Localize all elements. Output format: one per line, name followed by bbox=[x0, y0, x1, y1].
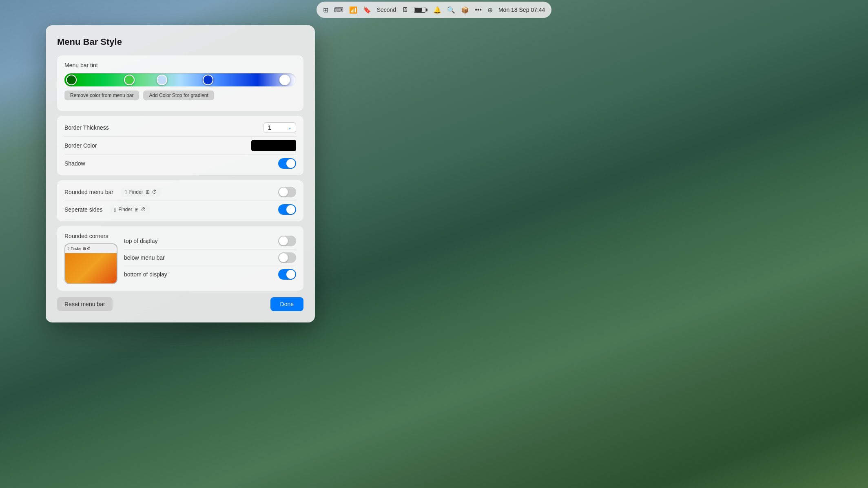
gradient-buttons: Remove color from menu bar Add Color Sto… bbox=[64, 91, 296, 100]
preview-apple-icon-2:  bbox=[114, 207, 116, 213]
below-menubar-toggle[interactable] bbox=[278, 252, 296, 263]
menu-bar: ⊞ ⌨ 📶 🔖 Second 🖥 🔔 🔍 📦 ••• ⊕ Mon 18 Sep … bbox=[0, 0, 868, 20]
more-icon[interactable]: ••• bbox=[475, 6, 482, 13]
rounded-menubar-toggle[interactable] bbox=[278, 187, 296, 197]
tint-label: Menu bar tint bbox=[64, 62, 296, 68]
screen-preview-menubar:  Finder ⊞ ⏱ bbox=[65, 244, 117, 253]
separate-sides-toggle-knob bbox=[286, 205, 295, 214]
rounded-corners-content: Rounded corners  Finder ⊞ ⏱ top of disp… bbox=[64, 233, 296, 284]
search-icon[interactable]: 🔍 bbox=[447, 6, 455, 14]
corners-controls: top of display below menu bar bottom of … bbox=[124, 233, 296, 283]
border-section: Border Thickness 1 ⌄ Border Color Shadow bbox=[57, 116, 303, 175]
top-display-toggle-knob bbox=[279, 236, 288, 245]
screen-preview:  Finder ⊞ ⏱ bbox=[64, 243, 117, 284]
separate-sides-left: Seperate sides  Finder ⊞ ⏱ bbox=[64, 205, 150, 214]
border-thickness-control: 1 ⌄ bbox=[264, 122, 296, 133]
border-color-row: Border Color bbox=[64, 137, 296, 155]
preview-clock-icon-2: ⏱ bbox=[141, 207, 146, 212]
rounded-menubar-label: Rounded menu bar bbox=[64, 189, 113, 195]
gradient-bar[interactable] bbox=[64, 73, 296, 86]
border-thickness-value: 1 bbox=[268, 124, 271, 131]
dropdown-arrow-icon: ⌄ bbox=[288, 125, 292, 130]
screen-preview-apple:  bbox=[68, 247, 69, 251]
color-stop-5[interactable] bbox=[279, 75, 290, 85]
second-label[interactable]: Second bbox=[377, 7, 396, 13]
rounded-menubar-preview-full:  Finder ⊞ ⏱ bbox=[121, 188, 161, 197]
bottom-display-toggle-knob bbox=[286, 270, 295, 279]
shadow-toggle-knob bbox=[286, 159, 295, 168]
remove-color-button[interactable]: Remove color from menu bar bbox=[64, 91, 139, 100]
color-stop-4[interactable] bbox=[203, 75, 213, 85]
border-thickness-row: Border Thickness 1 ⌄ bbox=[64, 122, 296, 137]
dropbox-icon[interactable]: 📦 bbox=[461, 6, 469, 14]
shadow-row: Shadow bbox=[64, 155, 296, 169]
reset-menubar-button[interactable]: Reset menu bar bbox=[57, 297, 113, 311]
shadow-control bbox=[278, 158, 296, 169]
separate-sides-label: Seperate sides bbox=[64, 206, 102, 213]
menu-bar-pill: ⊞ ⌨ 📶 🔖 Second 🖥 🔔 🔍 📦 ••• ⊕ Mon 18 Sep … bbox=[317, 2, 552, 18]
gradient-bar-container: Remove color from menu bar Add Color Sto… bbox=[64, 73, 296, 100]
menu-bar-time: Mon 18 Sep 07:44 bbox=[498, 7, 545, 13]
shadow-toggle[interactable] bbox=[278, 158, 296, 169]
below-menubar-toggle-knob bbox=[279, 253, 288, 262]
wifi-icon[interactable]: 📶 bbox=[349, 6, 357, 14]
border-thickness-dropdown[interactable]: 1 ⌄ bbox=[264, 122, 296, 133]
preview-grid-icon: ⊞ bbox=[146, 189, 150, 195]
color-stop-2[interactable] bbox=[124, 75, 135, 85]
color-stop-1[interactable] bbox=[66, 75, 77, 85]
separate-sides-toggle[interactable] bbox=[278, 204, 296, 215]
preview-grid-icon-2: ⊞ bbox=[135, 207, 139, 212]
top-display-label: top of display bbox=[124, 238, 158, 244]
dialog-footer: Reset menu bar Done bbox=[57, 297, 303, 311]
bottom-display-toggle[interactable] bbox=[278, 269, 296, 280]
screen-preview-icons: ⊞ ⏱ bbox=[83, 247, 91, 251]
bookmark-icon[interactable]: 🔖 bbox=[363, 6, 371, 14]
below-menubar-label: below menu bar bbox=[124, 254, 165, 261]
rounded-menubar-left: Rounded menu bar  Finder ⊞ ⏱ bbox=[64, 188, 161, 197]
top-of-display-row: top of display bbox=[124, 233, 296, 250]
rounded-menubar-section: Rounded menu bar  Finder ⊞ ⏱ Seperate s… bbox=[57, 180, 303, 221]
dialog-title: Menu Bar Style bbox=[57, 37, 303, 47]
below-menu-bar-row: below menu bar bbox=[124, 250, 296, 266]
bottom-of-display-row: bottom of display bbox=[124, 266, 296, 283]
control-center-icon[interactable]: ⊕ bbox=[487, 6, 493, 14]
notification-icon[interactable]: 🔔 bbox=[433, 6, 441, 14]
shadow-label: Shadow bbox=[64, 160, 85, 167]
display-icon[interactable]: 🖥 bbox=[402, 6, 408, 13]
separate-sides-row: Seperate sides  Finder ⊞ ⏱ bbox=[64, 201, 296, 215]
tint-section: Menu bar tint Remove color from menu bar… bbox=[57, 55, 303, 111]
window-manager-icon[interactable]: ⊞ bbox=[323, 6, 328, 14]
keyboard-icon[interactable]: ⌨ bbox=[334, 6, 343, 14]
border-thickness-label: Border Thickness bbox=[64, 124, 109, 131]
done-button[interactable]: Done bbox=[270, 297, 303, 311]
preview-finder-label: Finder bbox=[129, 189, 143, 195]
rounded-menubar-row: Rounded menu bar  Finder ⊞ ⏱ bbox=[64, 187, 296, 201]
border-color-control bbox=[251, 140, 296, 151]
preview-finder-label-2: Finder bbox=[118, 207, 132, 212]
rounded-corners-label: Rounded corners bbox=[64, 233, 117, 239]
rounded-menubar-toggle-knob bbox=[279, 188, 288, 197]
dialog: Menu Bar Style Menu bar tint Remove colo… bbox=[46, 25, 315, 322]
rounded-corners-section: Rounded corners  Finder ⊞ ⏱ top of disp… bbox=[57, 226, 303, 291]
preview-apple-icon:  bbox=[125, 189, 127, 195]
screen-preview-body bbox=[65, 253, 117, 283]
add-color-stop-button[interactable]: Add Color Stop for gradient bbox=[143, 91, 214, 100]
battery-icon bbox=[414, 7, 427, 13]
preview-clock-icon: ⏱ bbox=[152, 189, 157, 195]
rounded-corners-left: Rounded corners  Finder ⊞ ⏱ bbox=[64, 233, 117, 284]
border-color-swatch[interactable] bbox=[251, 140, 296, 151]
top-display-toggle[interactable] bbox=[278, 236, 296, 246]
screen-preview-finder: Finder bbox=[71, 247, 81, 251]
bottom-display-label: bottom of display bbox=[124, 271, 167, 278]
separate-sides-preview:  Finder ⊞ ⏱ bbox=[110, 205, 150, 214]
color-stop-3[interactable] bbox=[157, 75, 167, 85]
border-color-label: Border Color bbox=[64, 142, 97, 149]
